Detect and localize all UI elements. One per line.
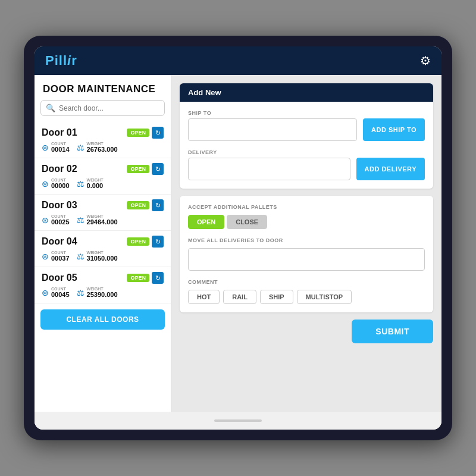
weight-label: WEIGHT [87,142,118,146]
ship-to-field-group: SHIP TO ADD SHIP TO [188,110,425,141]
count-label: COUNT [51,214,70,218]
ship-to-input[interactable] [188,118,357,141]
door-name: Door 01 [42,127,77,138]
tag-button-rail[interactable]: RAIL [223,290,256,304]
door-stats: ⊛ COUNT 00014 ⚖ WEIGHT 26763.000 [42,142,164,153]
main-content: DOOR MAINTENANCE 🔍 Door 01 OPEN ↻ ⊛ COUN… [35,75,441,412]
tag-group: HOTRAILSHIPMULTISTOP [188,290,425,304]
logo-text-main: Pill [45,53,67,68]
delivery-row: ADD DELIVERY [188,158,425,180]
count-value: 00045 [51,291,70,298]
door-weight-stat: ⚖ WEIGHT 0.000 [77,178,104,189]
door-weight-stat: ⚖ WEIGHT 26763.000 [77,142,118,153]
weight-icon: ⚖ [77,179,84,189]
form-card-body: SHIP TO ADD SHIP TO DELIVERY ADD DELIVER… [180,102,433,189]
door-status-badge: OPEN [127,201,149,209]
bottom-bar [35,412,441,430]
ship-to-label: SHIP TO [188,110,425,116]
stat-info-weight: WEIGHT 25390.000 [87,287,118,298]
add-delivery-button[interactable]: ADD DELIVERY [356,158,425,180]
sidebar-title: DOOR MAINTENANCE [35,75,171,100]
door-item-1[interactable]: Door 01 OPEN ↻ ⊛ COUNT 00014 ⚖ WEIGHT 26… [35,122,171,158]
door-weight-stat: ⚖ WEIGHT 31050.000 [77,250,118,262]
door-refresh-button[interactable]: ↻ [152,199,164,211]
add-new-form-card: Add New SHIP TO ADD SHIP TO DELIVERY [180,83,433,189]
move-deliveries-input[interactable] [188,248,425,271]
stat-info-weight: WEIGHT 26763.000 [87,142,118,153]
door-name: Door 04 [42,236,77,247]
toggle-open-button[interactable]: OPEN [188,215,224,229]
door-item-3[interactable]: Door 03 OPEN ↻ ⊛ COUNT 00025 ⚖ WEIGHT 29… [35,195,171,231]
count-icon: ⊛ [42,143,49,152]
move-deliveries-label: MOVE ALL DELIVERIES TO DOOR [188,237,425,243]
door-stats: ⊛ COUNT 00037 ⚖ WEIGHT 31050.000 [42,250,164,262]
count-icon: ⊛ [42,288,49,298]
delivery-label: DELIVERY [188,149,425,155]
weight-value: 31050.000 [87,255,118,262]
toggle-close-button[interactable]: CLOSE [227,215,267,229]
delivery-input[interactable] [188,158,350,180]
accept-pallets-label: ACCEPT ADDITIONAL PALLETS [188,204,425,210]
door-item-2[interactable]: Door 02 OPEN ↻ ⊛ COUNT 00000 ⚖ WEIGHT 0.… [35,158,171,195]
stat-info-count: COUNT 00000 [51,178,70,189]
settings-icon[interactable]: ⚙ [420,54,431,68]
count-value: 00037 [51,255,70,262]
door-item-4[interactable]: Door 04 OPEN ↻ ⊛ COUNT 00037 ⚖ WEIGHT 31… [35,231,171,267]
weight-icon: ⚖ [77,215,84,225]
weight-icon: ⚖ [77,288,84,298]
door-name: Door 02 [42,164,77,174]
stat-info-count: COUNT 00025 [51,214,70,226]
door-badges: OPEN ↻ [127,272,164,284]
door-refresh-button[interactable]: ↻ [152,236,164,248]
pallet-toggle-group: OPEN CLOSE [188,215,425,229]
submit-button[interactable]: SUBMIT [352,320,433,343]
count-label: COUNT [51,142,70,146]
door-status-badge: OPEN [127,165,149,173]
weight-label: WEIGHT [87,178,104,182]
search-input[interactable] [59,104,159,112]
search-box: 🔍 [40,100,165,116]
door-stats: ⊛ COUNT 00045 ⚖ WEIGHT 25390.000 [42,287,164,298]
door-refresh-button[interactable]: ↻ [152,272,164,284]
tag-button-ship[interactable]: SHIP [260,290,293,304]
tablet-screen: Pillir ⚙ DOOR MAINTENANCE 🔍 Door 01 OPEN… [35,46,441,430]
count-value: 00025 [51,218,70,226]
clear-all-doors-button[interactable]: CLEAR ALL DOORS [40,309,165,330]
submit-row: SUBMIT [180,320,433,343]
door-status-badge: OPEN [127,129,149,137]
door-badges: OPEN ↻ [127,127,164,139]
search-icon: 🔍 [46,104,55,112]
door-status-badge: OPEN [127,237,149,246]
weight-value: 26763.000 [87,146,118,153]
stat-info-count: COUNT 00045 [51,287,70,298]
weight-value: 0.000 [87,182,104,189]
weight-icon: ⚖ [77,143,84,152]
tag-button-multistop[interactable]: MULTISTOP [297,290,352,304]
door-status-badge: OPEN [127,274,149,282]
home-indicator [214,419,262,422]
add-ship-to-button[interactable]: ADD SHIP TO [363,118,425,141]
door-list: Door 01 OPEN ↻ ⊛ COUNT 00014 ⚖ WEIGHT 26… [35,122,171,303]
tablet-device: Pillir ⚙ DOOR MAINTENANCE 🔍 Door 01 OPEN… [24,36,452,440]
count-label: COUNT [51,287,70,291]
count-value: 00014 [51,146,70,153]
door-stats: ⊛ COUNT 00000 ⚖ WEIGHT 0.000 [42,178,164,189]
door-count-stat: ⊛ COUNT 00014 [42,142,70,153]
door-refresh-button[interactable]: ↻ [152,163,164,175]
right-panel: Add New SHIP TO ADD SHIP TO DELIVERY [171,75,441,412]
door-count-stat: ⊛ COUNT 00025 [42,214,70,226]
stat-info-weight: WEIGHT 29464.000 [87,214,118,226]
door-name: Door 05 [42,273,77,283]
door-item-5[interactable]: Door 05 OPEN ↻ ⊛ COUNT 00045 ⚖ WEIGHT 25… [35,267,171,303]
weight-value: 25390.000 [87,291,118,298]
app-header: Pillir ⚙ [35,46,441,75]
door-weight-stat: ⚖ WEIGHT 25390.000 [77,287,118,298]
door-refresh-button[interactable]: ↻ [152,127,164,139]
app-logo: Pillir [45,53,77,68]
comment-label: COMMENT [188,279,425,285]
weight-label: WEIGHT [87,214,118,218]
stat-info-count: COUNT 00014 [51,142,70,153]
tag-button-hot[interactable]: HOT [188,290,220,304]
form-card-header: Add New [180,83,433,102]
door-stats: ⊛ COUNT 00025 ⚖ WEIGHT 29464.000 [42,214,164,226]
